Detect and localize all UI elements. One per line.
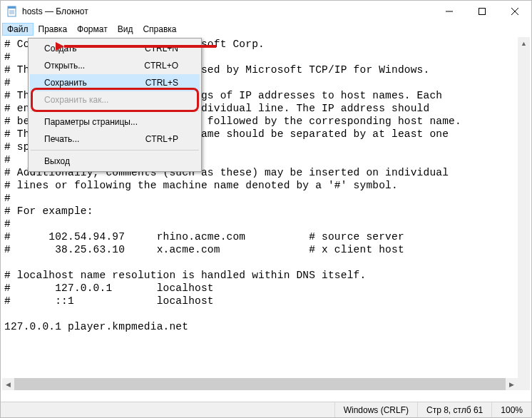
- menu-shortcut: CTRL+P: [145, 134, 178, 144]
- menu-separator: [31, 150, 199, 151]
- scroll-left-icon[interactable]: ◀: [2, 378, 14, 390]
- menu-help[interactable]: Справка: [138, 23, 181, 36]
- menu-label: Параметры страницы...: [44, 117, 138, 127]
- minimize-button[interactable]: [433, 1, 466, 22]
- svg-rect-1: [8, 6, 16, 9]
- notepad-icon: [6, 6, 18, 17]
- menu-label: Выход: [44, 156, 70, 166]
- scroll-up-icon[interactable]: ▲: [518, 37, 530, 49]
- window-controls: [433, 1, 531, 22]
- menu-shortcut: CTRL+S: [145, 78, 178, 88]
- menu-shortcut: CTRL+O: [144, 61, 178, 71]
- status-position: Стр 8, стлб 61: [417, 402, 491, 417]
- menu-item-create[interactable]: Создать CTRL+N: [30, 40, 200, 57]
- file-menu-dropdown: Создать CTRL+N Открыть... CTRL+O Сохрани…: [28, 38, 202, 172]
- menu-item-save[interactable]: Сохранить CTRL+S: [30, 74, 200, 91]
- menu-item-saveas: Сохранить как...: [30, 91, 200, 108]
- menu-label: Открыть...: [44, 61, 85, 71]
- menu-item-pagesetup[interactable]: Параметры страницы...: [30, 113, 200, 131]
- maximize-button[interactable]: [466, 1, 498, 22]
- menu-label: Создать: [44, 44, 77, 53]
- menu-label: Печать...: [44, 134, 79, 144]
- menu-format[interactable]: Формат: [72, 23, 113, 36]
- menu-separator: [31, 111, 199, 111]
- svg-rect-6: [479, 9, 486, 15]
- titlebar: hosts — Блокнот: [1, 1, 531, 22]
- statusbar: Windows (CRLF) Стр 8, стлб 61 100%: [1, 402, 531, 417]
- scroll-right-icon[interactable]: ▶: [506, 378, 518, 390]
- menubar: Файл Правка Формат Вид Справка: [1, 22, 531, 36]
- scroll-thumb[interactable]: [14, 378, 506, 390]
- menu-view[interactable]: Вид: [113, 23, 138, 36]
- scroll-corner: [518, 378, 530, 390]
- menu-item-open[interactable]: Открыть... CTRL+O: [30, 57, 200, 74]
- menu-item-exit[interactable]: Выход: [30, 153, 200, 170]
- status-encoding: Windows (CRLF): [334, 402, 417, 417]
- menu-shortcut: CTRL+N: [145, 44, 178, 53]
- menu-edit[interactable]: Правка: [34, 23, 73, 36]
- close-button[interactable]: [498, 1, 531, 22]
- status-zoom: 100%: [491, 402, 531, 417]
- menu-label: Сохранить: [44, 78, 87, 88]
- window-title: hosts — Блокнот: [22, 6, 433, 16]
- horizontal-scrollbar[interactable]: ◀ ▶: [2, 378, 518, 390]
- menu-file[interactable]: Файл: [2, 23, 34, 36]
- menu-label: Сохранить как...: [44, 95, 108, 105]
- menu-item-print[interactable]: Печать... CTRL+P: [30, 131, 200, 148]
- vertical-scrollbar[interactable]: ▲: [518, 37, 530, 378]
